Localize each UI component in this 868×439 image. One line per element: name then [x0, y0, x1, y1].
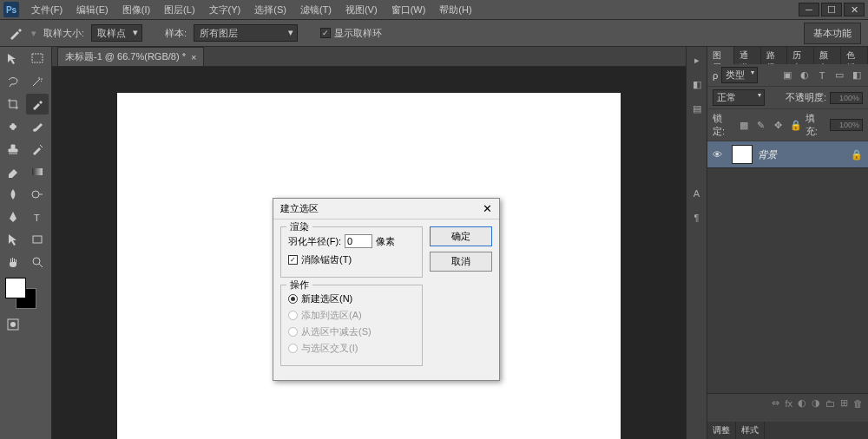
tab-adjust[interactable]: 调整	[707, 422, 736, 439]
antialias-checkbox[interactable]: ✓ 消除锯齿(T)	[288, 253, 415, 266]
path-select-tool[interactable]	[2, 229, 24, 250]
group-icon[interactable]: 🗀	[825, 398, 835, 409]
lock-pixel-icon[interactable]: ✎	[755, 119, 767, 131]
tab-path[interactable]: 路径	[761, 47, 788, 64]
lasso-tool[interactable]	[2, 71, 24, 92]
hand-tool[interactable]	[2, 252, 24, 272]
titlebar: Ps 文件(F) 编辑(E) 图像(I) 图层(L) 文字(Y) 选择(S) 滤…	[0, 0, 868, 19]
brush-tool[interactable]	[26, 116, 49, 137]
new-layer-icon[interactable]: ⊞	[840, 397, 848, 409]
svg-point-9	[10, 322, 16, 327]
tab-history[interactable]: 历史	[787, 47, 814, 64]
shape-tool[interactable]	[26, 229, 49, 250]
check-icon: ✓	[288, 255, 298, 265]
tab-swatch[interactable]: 色板	[841, 47, 868, 64]
radio-sub-label: 从选区中减去(S)	[301, 325, 372, 338]
quickmask-tool[interactable]	[2, 314, 24, 335]
filter-adjust-icon[interactable]: ◐	[799, 69, 811, 82]
menu-edit[interactable]: 编辑(E)	[71, 2, 114, 18]
menu-view[interactable]: 视图(V)	[340, 2, 383, 18]
properties-dock-icon[interactable]: ▤	[689, 101, 705, 116]
filter-shape-icon[interactable]: ▭	[833, 69, 845, 82]
fx-icon[interactable]: fx	[785, 398, 792, 409]
dodge-tool[interactable]	[26, 184, 49, 205]
sample-label: 样本:	[165, 27, 187, 40]
tools-panel: T	[0, 47, 52, 439]
opacity-field[interactable]: 100%	[830, 92, 863, 104]
svg-rect-6	[33, 236, 42, 243]
filter-image-icon[interactable]: ▣	[781, 69, 793, 82]
heal-tool[interactable]	[2, 116, 24, 137]
expand-icon[interactable]: ▸	[689, 52, 705, 68]
tab-layer[interactable]: 图层	[707, 47, 734, 64]
adjustment-icon[interactable]: ◑	[812, 397, 820, 409]
sample-select[interactable]: 所有图层	[194, 24, 298, 42]
dialog-close-icon[interactable]: ✕	[483, 202, 492, 215]
paragraph-dock-icon[interactable]: ¶	[689, 210, 705, 226]
filter-type-select[interactable]: 类型	[721, 67, 758, 83]
tab-style[interactable]: 样式	[736, 422, 765, 439]
minimize-button[interactable]: ─	[799, 3, 819, 16]
menu-layer[interactable]: 图层(L)	[159, 2, 200, 18]
fill-field[interactable]: 100%	[830, 119, 863, 131]
antialias-label: 消除锯齿(T)	[301, 253, 352, 266]
app-logo: Ps	[3, 2, 19, 17]
cancel-button[interactable]: 取消	[430, 252, 492, 272]
menu-type[interactable]: 文字(Y)	[204, 2, 247, 18]
marquee-tool[interactable]	[26, 49, 49, 69]
history-dock-icon[interactable]: ◧	[689, 76, 705, 92]
color-swatches[interactable]	[2, 278, 49, 312]
stamp-tool[interactable]	[2, 139, 24, 160]
eyedropper-tool[interactable]	[26, 94, 49, 115]
right-panels: ▸ ◧ ▤ A ¶ 图层 通道 路径 历史 颜色 色板 ρ 类型 ▣	[686, 47, 868, 439]
tab-color[interactable]: 颜色	[814, 47, 841, 64]
window-controls: ─ ☐ ✕	[799, 3, 865, 16]
ok-button[interactable]: 确定	[430, 226, 492, 246]
blur-tool[interactable]	[2, 184, 24, 205]
link-layers-icon[interactable]: ⇔	[772, 397, 779, 409]
fg-color-swatch[interactable]	[5, 278, 26, 298]
pen-tool[interactable]	[2, 206, 24, 227]
radio-new-selection[interactable]: 新建选区(N)	[288, 292, 415, 305]
blend-mode-select[interactable]: 正常	[713, 89, 765, 106]
menu-window[interactable]: 窗口(W)	[386, 2, 431, 18]
eraser-tool[interactable]	[2, 161, 24, 182]
visibility-icon[interactable]: 👁	[713, 149, 727, 160]
lock-transparent-icon[interactable]: ▩	[738, 119, 750, 131]
wand-tool[interactable]	[26, 71, 49, 92]
tab-close-icon[interactable]: ×	[191, 52, 196, 62]
feather-input[interactable]	[345, 234, 372, 248]
layer-panel-tabs: 图层 通道 路径 历史 颜色 色板	[707, 47, 868, 64]
tab-channel[interactable]: 通道	[734, 47, 761, 64]
show-ring-checkbox[interactable]: ✓ 显示取样环	[320, 27, 382, 40]
close-button[interactable]: ✕	[844, 3, 865, 16]
layer-row-background[interactable]: 👁 背景 🔒	[707, 141, 868, 167]
move-tool[interactable]	[2, 49, 24, 69]
filter-smart-icon[interactable]: ◧	[851, 69, 863, 82]
maximize-button[interactable]: ☐	[821, 3, 842, 16]
type-tool[interactable]: T	[26, 206, 49, 227]
layer-thumbnail[interactable]	[732, 145, 753, 164]
menu-help[interactable]: 帮助(H)	[434, 2, 477, 18]
menu-image[interactable]: 图像(I)	[117, 2, 155, 18]
mask-icon[interactable]: ◐	[798, 397, 806, 409]
lock-position-icon[interactable]: ✥	[773, 119, 785, 131]
lock-all-icon[interactable]: 🔒	[790, 119, 802, 131]
menu-select[interactable]: 选择(S)	[249, 2, 292, 18]
sample-size-select[interactable]: 取样点	[91, 24, 142, 42]
document-tab[interactable]: 未标题-1 @ 66.7%(RGB/8) * ×	[57, 47, 204, 66]
trash-icon[interactable]: 🗑	[853, 398, 863, 409]
menu-file[interactable]: 文件(F)	[26, 2, 68, 18]
character-dock-icon[interactable]: A	[689, 186, 705, 201]
zoom-tool[interactable]	[26, 252, 49, 272]
filter-label: ρ	[713, 70, 718, 81]
crop-tool[interactable]	[2, 94, 24, 115]
sample-size-label: 取样大小:	[43, 27, 84, 40]
menu-filter[interactable]: 滤镜(T)	[295, 2, 337, 18]
workspace-switcher[interactable]: 基本功能	[804, 23, 861, 44]
dialog-titlebar[interactable]: 建立选区 ✕	[273, 199, 499, 220]
filter-type-icon[interactable]: T	[816, 69, 828, 82]
svg-rect-0	[32, 54, 43, 62]
gradient-tool[interactable]	[26, 161, 49, 182]
history-brush-tool[interactable]	[26, 139, 49, 160]
